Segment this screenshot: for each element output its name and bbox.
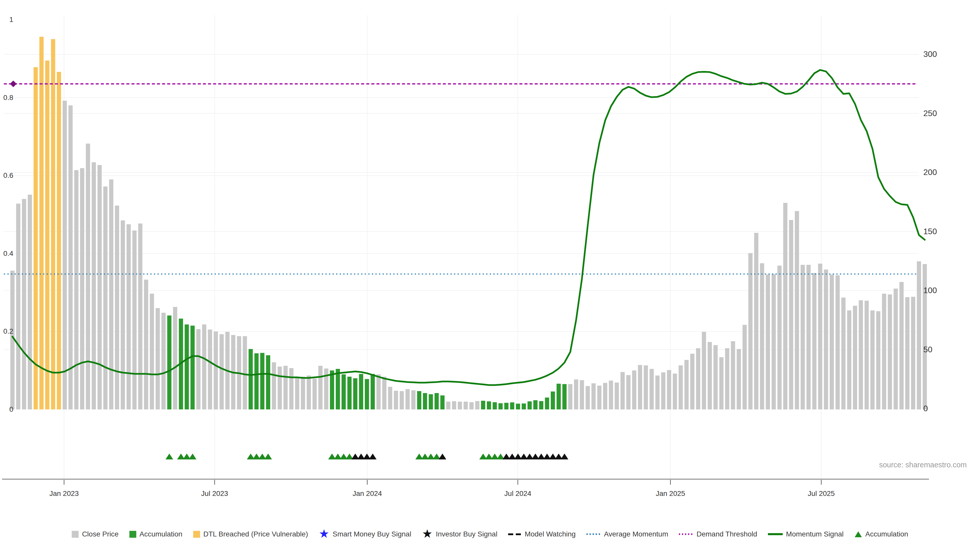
accumulation-bar (533, 400, 538, 410)
accumulation-bar (365, 379, 369, 410)
close-price-bar (475, 401, 479, 410)
accumulation-bar (185, 324, 189, 410)
model-watching-dash-icon (508, 533, 522, 535)
close-price-bar (150, 294, 154, 410)
dtl-breached-bar (57, 72, 61, 410)
left-axis-label: 1 (9, 16, 13, 24)
legend-label: Momentum Signal (786, 530, 844, 538)
legend-item-model-watching[interactable]: Model Watching (508, 530, 576, 538)
legend-label: Model Watching (525, 530, 576, 538)
legend-item-close-price[interactable]: Close Price (72, 530, 118, 538)
close-price-bar (144, 279, 148, 410)
x-tick-label: Jan 2025 (655, 489, 685, 497)
close-price-bar (894, 289, 898, 410)
demand-threshold-dotted-icon (679, 533, 693, 535)
close-price-bar (452, 401, 456, 410)
close-price-bar (603, 383, 608, 410)
close-price-bar (307, 375, 311, 410)
close-price-bar (161, 313, 165, 410)
accumulation-bar (359, 374, 363, 410)
close-price-bar (876, 311, 880, 410)
close-price-bar (574, 380, 578, 410)
close-price-bar (661, 372, 666, 410)
accumulation-bar (423, 393, 427, 410)
legend-label: Smart Money Buy Signal (332, 530, 411, 538)
close-price-bar (807, 265, 811, 410)
close-price-bar (312, 379, 317, 410)
close-price-bar (865, 301, 869, 410)
x-axis-line (2, 478, 929, 480)
close-price-bar (127, 224, 130, 410)
x-tick-label: Jan 2023 (49, 489, 79, 497)
accumulation-bar (528, 401, 532, 410)
close-price-bar (667, 370, 671, 410)
accumulation-bar (347, 377, 352, 410)
close-price-bar (824, 269, 828, 410)
legend-item-momentum-signal[interactable]: Momentum Signal (768, 530, 844, 538)
investor-buy-triangle (439, 454, 446, 459)
close-price-bar (382, 377, 387, 410)
accumulation-bar (498, 403, 503, 410)
close-price-bar (754, 233, 759, 410)
accumulation-bar (336, 369, 340, 410)
legend-item-investor-buy[interactable]: ★Investor Buy Signal (422, 530, 497, 538)
close-price-bar (620, 372, 625, 410)
close-price-bar (725, 348, 729, 410)
close-price-bar (800, 265, 805, 410)
close-price-bar (696, 348, 700, 410)
close-price-bar (458, 402, 462, 410)
close-price-bar (609, 381, 613, 410)
close-price-bar (719, 357, 724, 410)
price-momentum-chart: Jan 2023Jul 2023Jan 2024Jul 2024Jan 2025… (0, 0, 980, 551)
investor-buy-star-icon: ★ (422, 530, 432, 537)
close-price-bar (737, 349, 741, 410)
close-price-bar (795, 211, 799, 410)
close-price-bar (905, 297, 910, 410)
legend-item-dtl-breached[interactable]: DTL Breached (Price Vulnerable) (193, 530, 308, 538)
close-price-bar (132, 230, 137, 410)
close-price-bar (899, 282, 904, 410)
accumulation-triangle (264, 454, 272, 459)
close-price-bar (92, 162, 96, 410)
investor-buy-triangle (369, 454, 376, 459)
x-tick-label: Jul 2025 (808, 489, 835, 497)
close-price-bar (655, 375, 660, 410)
investor-buy-triangle (561, 454, 568, 459)
close-price-bar (121, 221, 125, 410)
close-price-bar (684, 360, 689, 410)
legend-item-average-momentum[interactable]: Average Momentum (587, 530, 668, 538)
legend-item-demand-threshold[interactable]: Demand Threshold (679, 530, 757, 538)
accumulation-bar (551, 392, 555, 410)
accumulation-bar (371, 374, 375, 410)
legend-item-smart-money-buy[interactable]: ★Smart Money Buy Signal (319, 530, 411, 538)
legend-item-accumulation-bar[interactable]: Accumulation (129, 530, 183, 538)
accumulation-bar-swatch-icon (129, 531, 136, 538)
legend-item-accumulation-marker[interactable]: Accumulation (854, 530, 908, 538)
close-price-bar (86, 144, 90, 410)
legend-label: Investor Buy Signal (436, 530, 497, 538)
close-price-swatch-icon (72, 531, 79, 538)
close-price-bar (283, 366, 288, 410)
source-note: source: sharemaestro.com (879, 461, 967, 469)
close-price-bar (731, 341, 735, 410)
right-axis-label: 0 (923, 404, 928, 413)
legend-label: Close Price (82, 530, 118, 538)
legend-label: Average Momentum (604, 530, 668, 538)
accumulation-bar (522, 403, 526, 410)
close-price-bar (243, 336, 247, 410)
accumulation-bar (255, 353, 259, 410)
accumulation-bar (353, 378, 358, 410)
momentum-signal-line (13, 70, 925, 385)
x-tick-label: Jul 2024 (504, 489, 531, 497)
close-price-bar (760, 263, 764, 410)
x-tick-label: Jan 2024 (352, 489, 382, 497)
close-price-bar (138, 224, 142, 410)
close-price-bar (202, 324, 207, 410)
accumulation-bar (417, 391, 422, 410)
accumulation-bar (429, 394, 433, 410)
close-price-bar (469, 402, 474, 410)
left-axis-label: 0.2 (3, 327, 13, 335)
legend: Close PriceAccumulationDTL Breached (Pri… (0, 530, 980, 538)
legend-label: Accumulation (865, 530, 908, 538)
close-price-bar (847, 310, 851, 410)
